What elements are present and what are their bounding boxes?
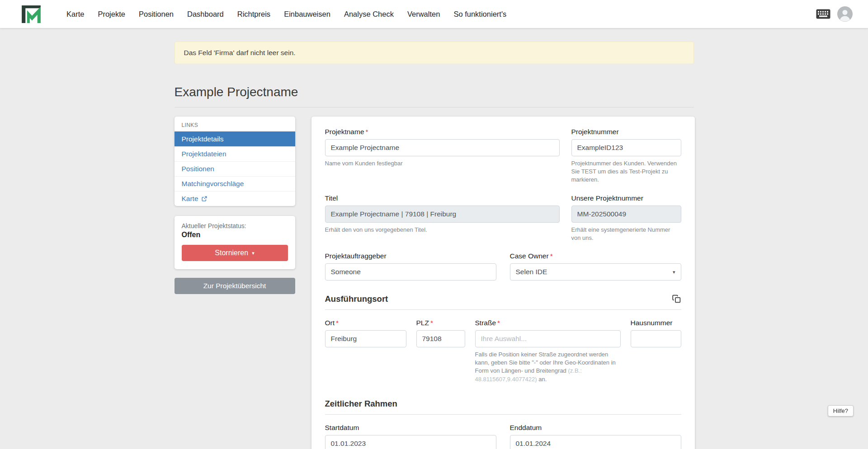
main-nav: Karte Projekte Positionen Dashboard Rich…	[60, 6, 513, 22]
unsere-projektnummer-label: Unsere Projektnummer	[571, 194, 681, 202]
title-divider	[175, 107, 694, 108]
stornieren-button-label: Stornieren	[215, 249, 248, 257]
projektauftraggeber-group: Projektauftraggeber	[325, 252, 496, 281]
unsere-projektnummer-help: Erhält eine systemgenerierte Nummer von …	[571, 226, 681, 242]
projektauftraggeber-input[interactable]	[325, 263, 496, 281]
hausnummer-group: Hausnummer	[631, 319, 681, 347]
nav-item-so-funktionierts[interactable]: So funktioniert's	[447, 6, 513, 22]
nav-item-richtpreis[interactable]: Richtpreis	[231, 6, 277, 22]
case-owner-label-text: Case Owner	[510, 252, 549, 260]
strasse-help: Falls die Position keiner Straße zugeord…	[475, 351, 621, 384]
case-owner-group: Case Owner* Selen IDE ▾	[510, 252, 681, 281]
projektnummer-label: Projektnummer	[571, 128, 681, 136]
status-label: Aktueller Projektstatus:	[182, 222, 288, 229]
sidebar-item-projektdetails[interactable]: Projektdetails	[175, 131, 295, 146]
case-owner-select[interactable]: Selen IDE ▾	[510, 263, 681, 281]
sidebar-item-label: Projektdetails	[182, 135, 224, 143]
startdatum-input[interactable]	[325, 435, 496, 449]
startdatum-label: Startdatum	[325, 424, 496, 432]
projektauftraggeber-label: Projektauftraggeber	[325, 252, 496, 260]
section-title-zeitlicher-rahmen: Zeitlicher Rahmen	[325, 399, 397, 409]
projektname-label: Projektname*	[325, 128, 560, 136]
stornieren-button[interactable]: Stornieren ▾	[182, 245, 288, 261]
required-asterisk: *	[336, 319, 339, 327]
caret-down-icon: ▾	[252, 251, 255, 256]
required-asterisk: *	[366, 128, 368, 136]
strasse-group: Straße* Falls die Position keiner Straße…	[475, 319, 621, 384]
section-divider	[325, 414, 681, 415]
sidebar-item-matchingvorschlaege[interactable]: Matchingvorschläge	[175, 176, 295, 191]
page-title: Example Projectname	[175, 85, 694, 99]
nav-item-analyse-check[interactable]: Analyse Check	[337, 6, 401, 22]
project-overview-button[interactable]: Zur Projektübersicht	[175, 278, 295, 294]
strasse-help-main: Falls die Position keiner Straße zugeord…	[475, 351, 616, 374]
nav-item-dashboard[interactable]: Dashboard	[180, 6, 231, 22]
help-button[interactable]: Hilfe?	[828, 405, 854, 416]
user-avatar[interactable]	[837, 6, 853, 22]
titel-input	[325, 206, 560, 223]
nav-item-projekte[interactable]: Projekte	[91, 6, 132, 22]
nav-item-einbauweisen[interactable]: Einbauweisen	[277, 6, 337, 22]
plz-label-text: PLZ	[416, 319, 429, 327]
projektnummer-input[interactable]	[571, 139, 681, 156]
keyboard-icon[interactable]	[816, 9, 830, 19]
project-overview-button-label: Zur Projektübersicht	[203, 282, 266, 290]
hausnummer-input[interactable]	[631, 330, 681, 347]
sidebar-item-label: Projektdateien	[182, 150, 226, 158]
unsere-projektnummer-input	[571, 206, 681, 223]
sidebar-item-karte[interactable]: Karte	[175, 191, 295, 206]
strasse-label: Straße*	[475, 319, 621, 327]
projektname-input[interactable]	[325, 139, 560, 156]
validation-alert: Das Feld 'Firma' darf nicht leer sein.	[175, 42, 694, 64]
top-navbar: Karte Projekte Positionen Dashboard Rich…	[0, 0, 868, 28]
enddatum-input[interactable]	[510, 435, 681, 449]
ort-label: Ort*	[325, 319, 406, 327]
plz-group: PLZ*	[416, 319, 465, 347]
hausnummer-label: Hausnummer	[631, 319, 681, 327]
sidebar-item-label: Matchingvorschläge	[182, 180, 244, 188]
unsere-projektnummer-group: Unsere Projektnummer Erhält eine systemg…	[571, 194, 681, 242]
enddatum-group: Enddatum	[510, 424, 681, 449]
sidebar-item-projektdateien[interactable]: Projektdateien	[175, 146, 295, 161]
sidebar-item-positionen[interactable]: Positionen	[175, 161, 295, 176]
projektnummer-group: Projektnummer Projektnummer des Kunden. …	[571, 128, 681, 184]
navbar-right	[816, 6, 853, 22]
project-sidebar: LINKS Projektdetails Projektdateien Posi…	[175, 117, 295, 294]
titel-group: Titel Erhält den von uns vorgegebenen Ti…	[325, 194, 560, 242]
required-asterisk: *	[497, 319, 500, 327]
project-details-form: Projektname* Name vom Kunden festlegbar …	[311, 117, 695, 449]
links-card: LINKS Projektdetails Projektdateien Posi…	[175, 117, 295, 206]
strasse-label-text: Straße	[475, 319, 496, 327]
main-area: Das Feld 'Firma' darf nicht leer sein. E…	[0, 28, 868, 449]
titel-help: Erhält den von uns vorgegebenen Titel.	[325, 226, 560, 234]
sidebar-item-label: Karte	[182, 195, 198, 203]
titel-label: Titel	[325, 194, 560, 202]
mineral-minds-logo-icon	[21, 5, 42, 23]
nav-item-positionen[interactable]: Positionen	[132, 6, 180, 22]
status-value: Offen	[182, 231, 288, 239]
links-header: LINKS	[175, 117, 295, 131]
projektname-label-text: Projektname	[325, 128, 364, 136]
strasse-input[interactable]	[475, 330, 621, 347]
status-card: Aktueller Projektstatus: Offen Storniere…	[175, 216, 295, 269]
startdatum-group: Startdatum	[325, 424, 496, 449]
plz-label: PLZ*	[416, 319, 465, 327]
ort-input[interactable]	[325, 330, 406, 347]
section-divider	[325, 309, 681, 310]
projektname-help: Name vom Kunden festlegbar	[325, 159, 560, 168]
case-owner-selected-value: Selen IDE	[516, 268, 547, 276]
external-link-icon	[202, 196, 207, 201]
section-title-ausfuehrungsort: Ausführungsort	[325, 294, 388, 304]
case-owner-label: Case Owner*	[510, 252, 681, 260]
required-asterisk: *	[550, 252, 553, 260]
plz-input[interactable]	[416, 330, 465, 347]
sidebar-item-label: Positionen	[182, 165, 214, 173]
enddatum-label: Enddatum	[510, 424, 681, 432]
nav-item-karte[interactable]: Karte	[60, 6, 91, 22]
strasse-help-suffix: an.	[537, 376, 547, 383]
ort-group: Ort*	[325, 319, 406, 347]
validation-alert-text: Das Feld 'Firma' darf nicht leer sein.	[184, 49, 296, 56]
copy-icon[interactable]	[672, 294, 681, 304]
nav-item-verwalten[interactable]: Verwalten	[401, 6, 447, 22]
ort-label-text: Ort	[325, 319, 335, 327]
